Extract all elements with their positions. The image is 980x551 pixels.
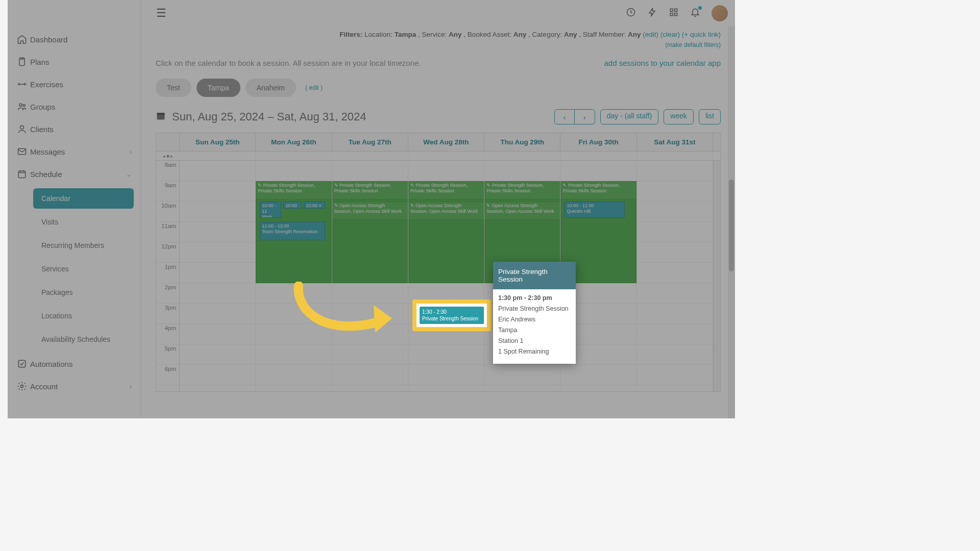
filters-prefix: Filters: [339,31,362,38]
make-default-link[interactable]: (make default filters) [665,41,721,48]
calendar-event[interactable]: 10:00 - 11Mark Gee [260,202,281,218]
next-button[interactable]: › [575,109,595,124]
allday-row: ◂ ■ ▸ [156,152,720,161]
calendar-event[interactable]: ✎ Private Strength Session,Private Skill… [484,181,560,199]
tooltip-header: Private Strength Session [493,262,576,289]
sub-visits[interactable]: Visits [33,212,134,232]
check-icon [17,359,30,369]
calendar-event[interactable]: ✎ Private Strength Session,Private Skill… [332,181,408,199]
home-icon [17,34,30,44]
day-header[interactable]: Mon Aug 26th [256,133,332,151]
calendar-event[interactable]: ✎ Open Access StrengthSession, Open Acce… [484,202,560,220]
sub-calendar[interactable]: Calendar [33,188,134,209]
day-header[interactable]: Sat Aug 31st [637,133,713,151]
tooltip-staff: Eric Andrews [498,316,571,323]
day-col-sat[interactable] [637,161,713,391]
loc-tab-test[interactable]: Test [156,79,191,97]
calendar-event[interactable]: ✎ Open Access StrengthSession, Open Acce… [332,202,408,220]
view-day-button[interactable]: day - (all staff) [600,109,658,124]
sub-recurring[interactable]: Recurring Members [33,235,134,256]
nav-automations[interactable]: Automations [8,353,141,375]
sub-packages[interactable]: Packages [33,282,134,303]
date-controls: ‹ › day - (all staff) week list [554,109,721,124]
loc-tab-tampa[interactable]: Tampa [197,79,240,97]
calendar-event[interactable]: ✎ Open Access StrengthSession, Open Acce… [408,202,484,220]
event-tooltip: Private Strength Session 1:30 pm - 2:30 … [493,262,576,364]
calendar-body[interactable]: 8am 9am 10am 11am 12pm 1pm 2pm 3pm 4pm 5… [156,161,720,391]
tooltip-service: Private Strength Session [498,305,571,312]
hl-time: 1:30 - 2:30 [422,309,481,315]
nav-label: Automations [30,360,72,368]
view-week-button[interactable]: week [664,109,694,124]
chevron-right-icon: › [130,383,132,390]
nav-label: Account [30,382,58,391]
add-sessions-link[interactable]: add sessions to your calendar app [604,59,721,67]
person-icon [17,124,30,134]
dumbbell-icon [17,79,30,89]
filters-clear-link[interactable]: (clear) [660,31,680,38]
prev-button[interactable]: ‹ [554,109,575,124]
calendar-event[interactable]: 10:00 ≡ [304,202,325,209]
day-col-mon[interactable]: ✎ Private Strength Session,Private Skill… [256,161,332,391]
people-icon [17,102,30,112]
clipboard-icon [17,57,30,67]
nav-schedule[interactable]: Schedule ⌄ [8,163,141,185]
loc-tab-anaheim[interactable]: Anaheim [246,79,296,97]
tooltip-time: 1:30 pm - 2:30 pm [498,294,571,302]
calendar-event[interactable]: 10:00 - 11:00Quentin Hill [565,202,625,218]
tooltip-spots: 1 Spot Remaining [498,348,571,355]
filters-quicklink[interactable]: (+ quick link) [682,31,721,38]
nav-exercises[interactable]: Exercises [8,73,141,95]
date-row: Sun, Aug 25, 2024 – Sat, Aug 31, 2024 ‹ … [156,109,721,124]
loc-edit-link[interactable]: ( edit ) [305,84,323,91]
nav-label: Clients [30,125,54,134]
filters-line: Filters: Location: Tampa , Service: Any … [156,31,721,38]
svg-point-2 [23,104,25,106]
calendar-event[interactable]: ✎ Private Strength Session,Private Skill… [560,181,636,199]
page-scrollbar[interactable] [728,27,735,418]
scrollbar-thumb[interactable] [729,180,734,271]
nav-clients[interactable]: Clients [8,118,141,140]
svg-rect-14 [157,113,165,115]
schedule-subitems: Calendar Visits Recurring Members Servic… [8,188,141,349]
nav-label: Dashboard [30,35,67,44]
tooltip-body: 1:30 pm - 2:30 pm Private Strength Sessi… [493,289,576,364]
time-column: 8am 9am 10am 11am 12pm 1pm 2pm 3pm 4pm 5… [156,161,180,391]
nav-groups[interactable]: Groups [8,95,141,118]
sub-services[interactable]: Services [33,259,134,279]
calendar-event[interactable]: ✎ Private Strength Session,Private Skill… [408,181,484,199]
chevron-down-icon: ⌄ [126,170,132,178]
location-tabs: Test Tampa Anaheim ( edit ) [156,79,721,97]
sidebar: Dashboard Plans Exercises Groups Clients… [8,0,141,418]
chevron-right-icon: › [130,148,132,156]
time-col-header [156,133,180,151]
calendar-event[interactable]: 10:00 - [283,202,302,209]
day-col-tue[interactable]: ✎ Private Strength Session,Private Skill… [332,161,408,391]
day-header[interactable]: Sun Aug 25th [180,133,256,151]
view-list-button[interactable]: list [699,109,721,124]
cal-scrollbar[interactable] [713,161,720,391]
nav-account[interactable]: Account › [8,375,141,397]
svg-rect-6 [18,360,25,367]
sub-locations[interactable]: Locations [33,306,134,326]
highlighted-event[interactable]: 1:30 - 2:30 Private Strength Session [412,299,491,331]
day-header[interactable]: Thu Aug 29th [484,133,560,151]
nav-label: Messages [30,147,65,156]
date-range-text: Sun, Aug 25, 2024 – Sat, Aug 31, 2024 [172,110,366,123]
allday-nav[interactable]: ◂ ■ ▸ [156,152,180,160]
nav-plans[interactable]: Plans [8,51,141,73]
svg-rect-5 [18,171,25,178]
day-header[interactable]: Fri Aug 30th [560,133,636,151]
day-col-wed[interactable]: ✎ Private Strength Session,Private Skill… [408,161,484,391]
sub-availability[interactable]: Availability Schedules [33,329,134,349]
day-header[interactable]: Wed Aug 28th [408,133,484,151]
day-col-sun[interactable] [180,161,256,391]
calendar-event[interactable]: 11:00 - 12:00Team Strength Reservation [260,222,325,240]
nav-messages[interactable]: Messages › [8,140,141,163]
filters-edit-link[interactable]: (edit) [643,31,658,38]
calendar-header: Sun Aug 25th Mon Aug 26th Tue Aug 27th W… [156,133,720,152]
day-header[interactable]: Tue Aug 27th [332,133,408,151]
calendar-event[interactable]: ✎ Private Strength Session,Private Skill… [256,181,331,199]
nav-dashboard[interactable]: Dashboard [8,28,141,51]
highlighted-event-inner[interactable]: 1:30 - 2:30 Private Strength Session [420,307,484,324]
